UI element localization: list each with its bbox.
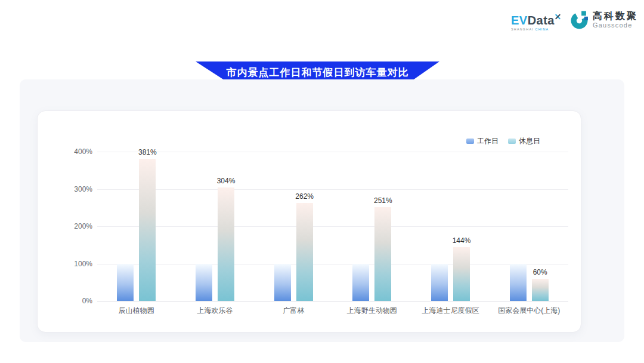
bar-restday-国家会展中心(上海)[interactable]	[532, 279, 549, 302]
header-logos: EVData SHANGHAI CHINA 高科数聚 Gausscode	[511, 11, 638, 32]
bar-workday-上海迪士尼度假区[interactable]	[431, 264, 448, 302]
gridline-100%	[97, 264, 568, 264]
restday-swatch-icon	[508, 139, 516, 144]
evdata-wordmark: EVData	[511, 14, 561, 26]
x-axis-category-label: 上海野生动物园	[347, 306, 397, 316]
y-axis-tick-label: 100%	[61, 260, 92, 268]
gausscode-en-name: Gausscode	[593, 21, 638, 29]
bar-workday-上海野生动物园[interactable]	[352, 264, 369, 302]
bar-chart-plot-area: 0%100%200%300%400%381%辰山植物园304%上海欢乐谷262%…	[97, 152, 568, 301]
data-label-广富林: 262%	[295, 192, 314, 201]
chart-legend: 工作日 休息日	[466, 136, 540, 146]
bar-restday-广富林[interactable]	[296, 203, 313, 301]
y-axis-tick-label: 300%	[61, 185, 92, 193]
legend-label-workday: 工作日	[477, 136, 499, 146]
data-label-上海欢乐谷: 304%	[217, 177, 236, 185]
evdata-ev-text: EV	[511, 14, 528, 27]
x-axis-category-label: 上海欢乐谷	[197, 306, 233, 316]
evdata-tagline: SHANGHAI CHINA	[511, 27, 549, 30]
gausscode-logo: 高科数聚 Gausscode	[570, 11, 638, 29]
data-label-上海迪士尼度假区: 144%	[453, 236, 471, 245]
gridline-400%	[97, 152, 568, 152]
bar-workday-上海欢乐谷[interactable]	[196, 264, 212, 302]
data-label-上海野生动物园: 251%	[374, 196, 392, 205]
y-axis-tick-label: 0%	[61, 297, 92, 305]
bar-restday-上海野生动物园[interactable]	[374, 207, 391, 301]
gridline-0%	[97, 301, 568, 302]
legend-label-restday: 休息日	[519, 136, 540, 146]
x-axis-category-label: 上海迪士尼度假区	[422, 306, 479, 316]
data-label-国家会展中心(上海): 60%	[533, 268, 547, 276]
evdata-data-text: Data	[528, 14, 555, 27]
bar-restday-上海迪士尼度假区[interactable]	[453, 247, 470, 301]
x-axis-category-label: 国家会展中心(上海)	[498, 306, 560, 316]
chart-card: 工作日 休息日 0%100%200%300%400%381%辰山植物园304%上…	[37, 110, 581, 333]
x-axis-category-label: 辰山植物园	[119, 306, 154, 316]
y-axis-tick-label: 400%	[61, 147, 92, 156]
bar-workday-辰山植物园[interactable]	[117, 264, 134, 302]
data-label-辰山植物园: 381%	[138, 148, 157, 156]
gridline-300%	[97, 189, 568, 190]
gausscode-cn-name: 高科数聚	[593, 11, 638, 21]
bar-workday-广富林[interactable]	[274, 264, 291, 302]
y-axis-tick-label: 200%	[61, 222, 92, 230]
x-axis-category-label: 广富林	[283, 306, 304, 316]
bar-restday-上海欢乐谷[interactable]	[218, 187, 234, 301]
workday-swatch-icon	[466, 139, 474, 144]
legend-item-workday[interactable]: 工作日	[466, 136, 499, 146]
evdata-x-mark-icon	[555, 14, 561, 19]
gausscode-g-mark-icon	[570, 11, 589, 29]
bar-restday-辰山植物园[interactable]	[139, 159, 156, 301]
section-title: 市内景点工作日和节假日到访车量对比	[227, 66, 409, 79]
bar-workday-国家会展中心(上海)[interactable]	[510, 264, 527, 302]
gridline-200%	[97, 226, 568, 227]
evdata-logo: EVData SHANGHAI CHINA	[511, 14, 561, 32]
legend-item-restday[interactable]: 休息日	[508, 136, 540, 146]
